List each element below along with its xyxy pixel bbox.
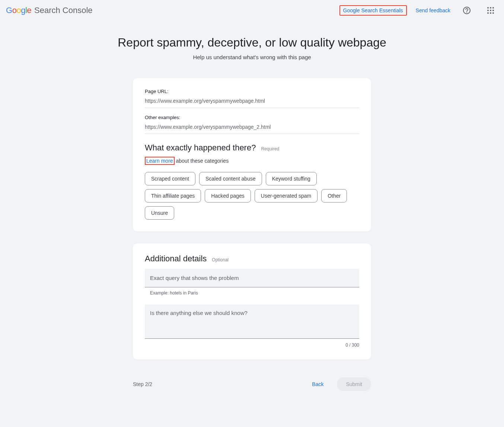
exact-query-input[interactable]	[145, 269, 359, 287]
submit-button[interactable]: Submit	[337, 377, 371, 391]
optional-badge: Optional	[212, 257, 229, 262]
chip-scraped-content[interactable]: Scraped content	[145, 172, 195, 185]
report-card: Page URL: https://www.example.org/verysp…	[133, 78, 371, 232]
footer-row: Step 2/2 Back Submit	[133, 372, 371, 391]
query-hint: Example: hotels in Paris	[150, 290, 359, 296]
category-chips: Scraped content Scaled content abuse Key…	[145, 172, 359, 220]
back-button[interactable]: Back	[304, 377, 331, 391]
logo-suffix: Search Console	[34, 6, 93, 15]
learn-more-link[interactable]: Learn more	[145, 157, 175, 165]
learn-more-row: Learn more about these categories	[145, 158, 359, 164]
send-feedback-link[interactable]: Send feedback	[416, 7, 450, 13]
additional-details-card: Additional details Optional Example: hot…	[133, 243, 371, 360]
main-content: Report spammy, deceptive, or low quality…	[88, 21, 416, 413]
page-url-value: https://www.example.org/veryspammywebpag…	[145, 96, 359, 108]
what-happened-title: What exactly happened there?	[145, 143, 256, 153]
chip-keyword-stuffing[interactable]: Keyword stuffing	[266, 172, 317, 185]
chip-scaled-content-abuse[interactable]: Scaled content abuse	[199, 172, 262, 185]
chip-hacked-pages[interactable]: Hacked pages	[205, 189, 251, 203]
chip-thin-affiliate[interactable]: Thin affiliate pages	[145, 189, 201, 203]
chip-unsure[interactable]: Unsure	[145, 206, 174, 220]
header-actions: Google Search Essentials Send feedback	[339, 3, 498, 18]
apps-icon[interactable]	[483, 3, 498, 18]
search-essentials-link[interactable]: Google Search Essentials	[339, 5, 407, 16]
char-count: 0 / 300	[145, 342, 359, 348]
additional-details-title: Additional details	[145, 254, 207, 264]
help-icon[interactable]	[459, 3, 474, 18]
notes-textarea[interactable]	[145, 305, 359, 339]
app-header: Google Search Console Google Search Esse…	[0, 0, 504, 21]
other-examples-label: Other examples:	[145, 115, 359, 120]
other-examples-value: https://www.example.org/veryspammywebpag…	[145, 122, 359, 134]
logo[interactable]: Google Search Console	[6, 6, 93, 15]
learn-more-suffix: about these categories	[175, 158, 229, 164]
page-title: Report spammy, deceptive, or low quality…	[88, 36, 416, 50]
required-badge: Required	[261, 146, 279, 152]
page-url-label: Page URL:	[145, 89, 359, 94]
chip-user-generated-spam[interactable]: User-generated spam	[255, 189, 318, 203]
page-subtitle: Help us understand what's wrong with thi…	[88, 54, 416, 60]
google-logo: Google	[6, 6, 31, 15]
step-indicator: Step 2/2	[133, 381, 152, 387]
chip-other[interactable]: Other	[321, 189, 347, 203]
